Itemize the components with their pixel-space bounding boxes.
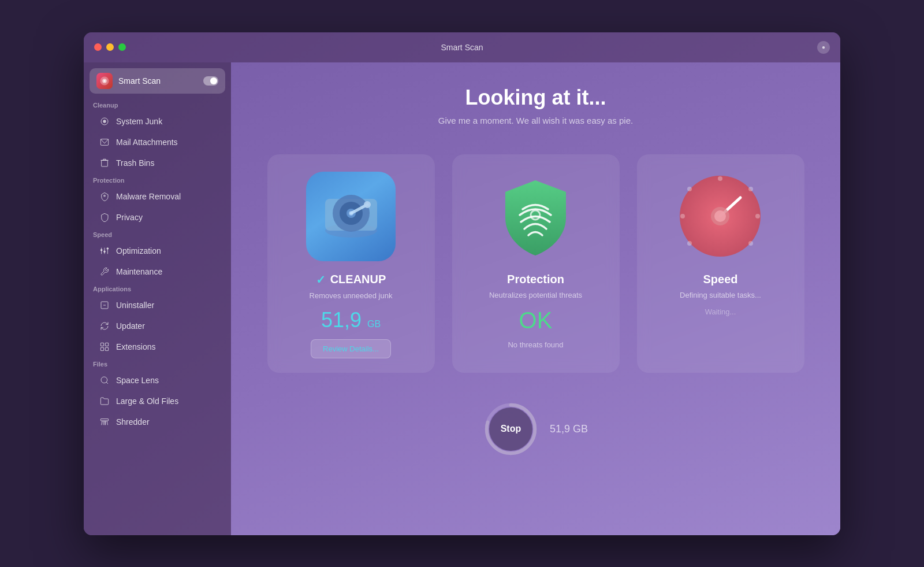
svg-point-42 [364,201,371,208]
sidebar-item-extensions[interactable]: Extensions [90,337,225,357]
large-old-files-label: Large & Old Files [116,396,178,406]
large-old-files-icon [99,395,110,407]
uninstaller-icon [99,299,110,311]
speed-title: Speed [703,273,737,286]
main-content: Looking at it... Give me a moment. We al… [231,62,840,535]
svg-rect-23 [100,343,103,346]
speed-card-icon [676,172,765,261]
svg-point-11 [103,194,106,197]
trash-bins-label: Trash Bins [116,158,154,168]
cleanup-description: Removes unneeded junk [310,291,393,300]
cleanup-card: ✓ CLEANUP Removes unneeded junk 51,9 GB … [267,154,435,373]
settings-button[interactable]: ● [817,41,830,54]
close-button[interactable] [94,43,102,51]
uninstaller-label: Uninstaller [116,301,154,310]
section-label-cleanup: Cleanup [84,98,231,111]
svg-rect-26 [105,347,108,350]
svg-rect-29 [100,418,108,420]
malware-icon [99,191,110,202]
svg-point-46 [748,187,753,191]
review-details-button[interactable]: Review Details... [311,339,391,358]
sidebar-item-malware-removal[interactable]: Malware Removal [90,187,225,206]
sidebar-item-uninstaller[interactable]: Uninstaller [90,295,225,315]
main-layout: Smart Scan Cleanup System Junk [84,62,840,535]
section-label-files: Files [84,357,231,370]
maintenance-label: Maintenance [116,267,162,276]
svg-point-27 [101,377,107,383]
updater-icon [99,320,110,332]
cleanup-value-number: 51,9 [321,308,362,332]
svg-line-28 [106,382,108,384]
svg-point-48 [748,241,753,246]
svg-point-19 [104,251,106,253]
svg-point-51 [687,241,692,246]
space-lens-icon [99,375,110,386]
sidebar-item-space-lens[interactable]: Space Lens [90,370,225,390]
svg-rect-6 [102,160,108,166]
speed-card: Speed Defining suitable tasks... Waiting… [637,154,804,373]
protection-value: OK [519,307,553,333]
trash-icon [99,157,110,169]
updater-label: Updater [116,321,145,331]
sidebar-item-optimization[interactable]: Optimization [90,241,225,261]
privacy-icon [99,212,110,223]
sidebar-item-maintenance[interactable]: Maintenance [90,262,225,281]
sidebar-item-shredder[interactable]: Shredder [90,412,225,432]
protection-title-text: Protection [507,273,564,286]
privacy-label: Privacy [116,213,143,222]
cleanup-title: ✓ CLEANUP [316,273,386,287]
maximize-button[interactable] [118,43,126,51]
sidebar-item-mail-attachments[interactable]: Mail Attachments [90,132,225,152]
svg-point-49 [687,187,692,191]
sidebar-item-large-old-files[interactable]: Large & Old Files [90,391,225,411]
page-title: Looking at it... [465,86,606,110]
smart-scan-toggle[interactable] [203,76,218,86]
svg-point-2 [104,80,106,81]
cleanup-value-unit: GB [367,319,381,329]
cleanup-check-icon: ✓ [316,273,326,287]
malware-removal-label: Malware Removal [116,192,181,201]
sidebar-item-smart-scan[interactable]: Smart Scan [90,68,225,94]
speed-description: Defining suitable tasks... [680,291,761,299]
minimize-button[interactable] [106,43,114,51]
stop-button-label: Stop [501,424,521,434]
sidebar-item-system-junk[interactable]: System Junk [90,112,225,131]
protection-title: Protection [507,273,564,286]
svg-line-30 [102,421,102,425]
maintenance-icon [99,266,110,277]
svg-line-34 [107,421,107,425]
smart-scan-icon [96,73,113,89]
svg-point-18 [100,249,102,251]
svg-point-47 [755,214,760,218]
system-junk-label: System Junk [116,117,162,126]
cards-container: ✓ CLEANUP Removes unneeded junk 51,9 GB … [248,154,823,373]
extensions-icon [99,341,110,353]
svg-rect-25 [100,347,103,350]
svg-point-45 [718,176,722,181]
title-bar: Smart Scan ● [84,32,840,62]
protection-card: Protection Neutralizes potential threats… [452,154,620,373]
smart-scan-label: Smart Scan [118,76,161,86]
shredder-icon [99,416,110,428]
optimization-label: Optimization [116,246,161,255]
svg-point-50 [680,214,685,218]
cleanup-value: 51,9 GB [321,308,381,332]
speed-waiting: Waiting... [705,307,736,316]
sidebar-item-trash-bins[interactable]: Trash Bins [90,153,225,173]
extensions-label: Extensions [116,342,155,351]
sidebar-item-privacy[interactable]: Privacy [90,207,225,227]
stop-button-ring: Stop [483,402,538,457]
stop-button[interactable]: Stop [489,407,532,451]
stop-size-label: 51,9 GB [550,423,588,435]
system-junk-icon [99,116,110,127]
sidebar-item-updater[interactable]: Updater [90,316,225,336]
protection-description: Neutralizes potential threats [489,291,582,299]
mail-icon [99,136,110,148]
window-title: Smart Scan [441,43,483,52]
svg-line-33 [105,421,106,425]
svg-point-4 [103,120,106,123]
shredder-label: Shredder [116,417,150,427]
section-label-protection: Protection [84,173,231,186]
window-controls [94,43,126,51]
svg-rect-24 [105,343,108,346]
